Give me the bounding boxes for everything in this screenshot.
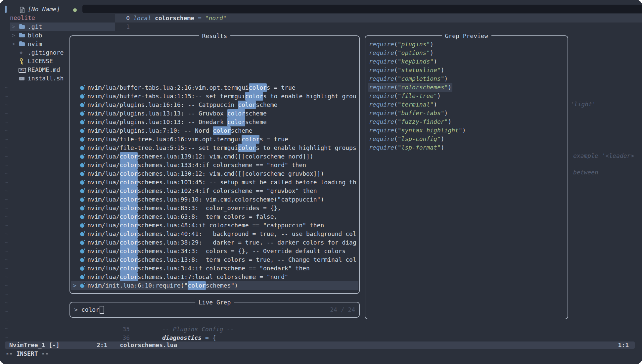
result-row[interactable]: nvim/lua/colorschemes.lua:34:3: colors =…	[71, 247, 358, 255]
lua-file-icon	[80, 275, 84, 279]
result-row[interactable]: nvim/lua/file-tree.lua:5:15:-- set termg…	[71, 144, 358, 152]
lua-file-icon	[80, 137, 84, 142]
lua-file-icon	[80, 103, 84, 107]
result-row[interactable]: nvim/lua/colorschemes.lua:85:3: color_ov…	[71, 204, 358, 212]
result-row[interactable]: nvim/lua/colorschemes.lua:48:4:if colors…	[71, 221, 358, 230]
selection-caret-icon	[73, 187, 79, 195]
preview-line: require("plugins")	[366, 40, 567, 49]
result-text: scheme	[245, 118, 267, 126]
empty-line-tilde: ~	[5, 161, 8, 169]
background-text-fragment: 'light'	[571, 100, 596, 109]
selection-caret-icon	[73, 273, 79, 281]
result-text: nvim/lua/plugins.lua:13:13: -- Gruvbox	[87, 109, 227, 118]
lua-file-icon	[80, 215, 84, 219]
result-text: nvim/lua/plugins.lua:7:10: -- Nord	[87, 126, 213, 135]
result-row[interactable]: nvim/lua/plugins.lua:7:10: -- Nord color…	[71, 126, 358, 135]
preview-line: require("lsp-format")	[366, 143, 567, 152]
empty-line-tilde: ~	[5, 238, 8, 247]
match-highlight: color	[238, 101, 256, 109]
lua-keyword: local	[133, 15, 151, 22]
empty-line-tilde: ~	[5, 152, 8, 161]
selection-caret-icon	[73, 212, 79, 221]
match-highlight: color	[120, 178, 138, 187]
prompt-caret-icon: >	[74, 305, 78, 314]
result-row[interactable]: nvim/lua/colorschemes.lua:3:4:if colorsc…	[71, 264, 358, 273]
grep-preview-window: Grep Preview require("plugins")require("…	[365, 35, 568, 319]
live-grep-window-title: Live Grep	[195, 298, 234, 307]
result-text: schemes.lua:3:4:if colorscheme == "oneda…	[138, 264, 310, 273]
selection-caret-icon	[73, 178, 79, 187]
result-text: scheme	[256, 101, 277, 109]
folder-icon	[19, 23, 28, 31]
require-statement: require("statusline")	[368, 66, 445, 74]
result-row[interactable]: nvim/lua/colorschemes.lua:63:8: term_col…	[71, 212, 358, 221]
selection-caret-icon	[73, 195, 79, 204]
folder-icon	[19, 31, 28, 40]
result-row[interactable]: nvim/lua/buffer-tabs.lua:1:15:-- set ter…	[71, 92, 358, 101]
result-row[interactable]: >nvim/init.lua:6:10:require("colorscheme…	[71, 281, 358, 290]
result-row[interactable]: nvim/lua/plugins.lua:10:13: -- Onedark c…	[71, 118, 358, 126]
chevron-icon: >	[12, 23, 19, 31]
result-row[interactable]: nvim/lua/plugins.lua:13:13: -- Gruvbox c…	[71, 109, 358, 118]
result-row[interactable]: nvim/lua/colorschemes.lua:133:4:if color…	[71, 161, 358, 169]
match-highlight: color	[120, 273, 138, 281]
lua-file-icon	[80, 112, 84, 116]
result-row[interactable]: nvim/lua/colorschemes.lua:40:41: backgro…	[71, 230, 358, 238]
result-row[interactable]: nvim/lua/colorschemes.lua:38:29: darker …	[71, 238, 358, 247]
result-text: scheme	[231, 126, 252, 135]
preview-line: require("syntax-highlight")	[366, 126, 567, 135]
empty-line-tilde: ~	[5, 92, 8, 101]
selection-caret-icon	[73, 101, 79, 109]
result-row[interactable]: nvim/lua/plugins.lua:16:16: -- Catppucci…	[71, 101, 358, 109]
match-highlight: color	[120, 187, 138, 195]
empty-line-tilde: ~	[5, 264, 8, 273]
result-text: s to enable highlight grou	[263, 92, 356, 101]
tree-item-label: .gitignore	[28, 48, 64, 57]
selection-caret-icon	[73, 255, 79, 264]
result-row[interactable]: nvim/lua/colorschemes.lua:13:8: term_col…	[71, 255, 358, 264]
result-text: nvim/lua/	[87, 161, 120, 169]
selection-caret-icon	[73, 126, 79, 135]
empty-line-tilde: ~	[5, 178, 8, 187]
result-row[interactable]: nvim/lua/colorschemes.lua:1:7:local colo…	[71, 273, 358, 281]
require-statement: require("syntax-highlight")	[368, 126, 467, 135]
result-row[interactable]: nvim/lua/colorschemes.lua:102:4:if color…	[71, 187, 358, 195]
selection-caret-icon	[73, 221, 79, 230]
status-right-position: 1:1	[618, 341, 629, 349]
tree-item-.git[interactable]: >.git	[10, 23, 115, 31]
result-row[interactable]: nvim/lua/colorschemes.lua:139:12: vim.cm…	[71, 152, 358, 161]
project-root-label[interactable]: neolite	[10, 14, 35, 22]
result-text: s = true	[267, 83, 296, 92]
result-text: schemes.lua:40:41: background = true, --…	[138, 230, 356, 238]
folder-icon	[19, 40, 28, 48]
result-text: schemes.lua:133:4:if colorscheme == "nor…	[138, 161, 306, 169]
result-row[interactable]: nvim/lua/colorschemes.lua:99:10: vim.cmd…	[71, 195, 358, 204]
result-row[interactable]: nvim/lua/colorschemes.lua:130:12: vim.cm…	[71, 169, 358, 178]
require-statement: require("plugins")	[368, 40, 435, 49]
result-row[interactable]: nvim/lua/buffer-tabs.lua:2:16:vim.opt.te…	[71, 83, 358, 92]
result-text: schemes.lua:103:45: -- setup must be cal…	[138, 178, 356, 187]
result-row[interactable]: nvim/lua/file-tree.lua:6:16:vim.opt.term…	[71, 135, 358, 144]
text-cursor	[100, 306, 104, 314]
match-highlight: color	[245, 92, 263, 101]
preview-line: require("options")	[366, 49, 567, 57]
empty-line-tilde: ~	[5, 247, 8, 255]
preview-lines: require("plugins")require("options")requ…	[366, 40, 567, 152]
line-number-1: 1	[115, 23, 130, 31]
match-highlight: color	[227, 109, 245, 118]
selection-caret-icon	[73, 161, 79, 169]
result-text: schemes.lua:63:8: term_colors = false,	[138, 212, 278, 221]
git-icon	[19, 48, 28, 57]
terminal-icon	[19, 74, 28, 83]
results-list: nvim/lua/buffer-tabs.lua:2:16:vim.opt.te…	[71, 83, 358, 290]
grep-query-text: color	[81, 305, 99, 314]
background-text-fragment: example '<leader>	[573, 152, 634, 160]
match-highlight: color	[249, 83, 267, 92]
empty-line-tilde: ~	[5, 195, 8, 204]
match-highlight: color	[188, 281, 206, 290]
lua-file-icon	[80, 232, 84, 236]
result-row[interactable]: nvim/lua/colorschemes.lua:103:45: -- set…	[71, 178, 358, 187]
buffer-tab[interactable]: [No Name]	[28, 5, 60, 14]
result-text: nvim/lua/	[87, 152, 120, 161]
result-text: nvim/init.lua:6:10:require("	[87, 281, 188, 290]
